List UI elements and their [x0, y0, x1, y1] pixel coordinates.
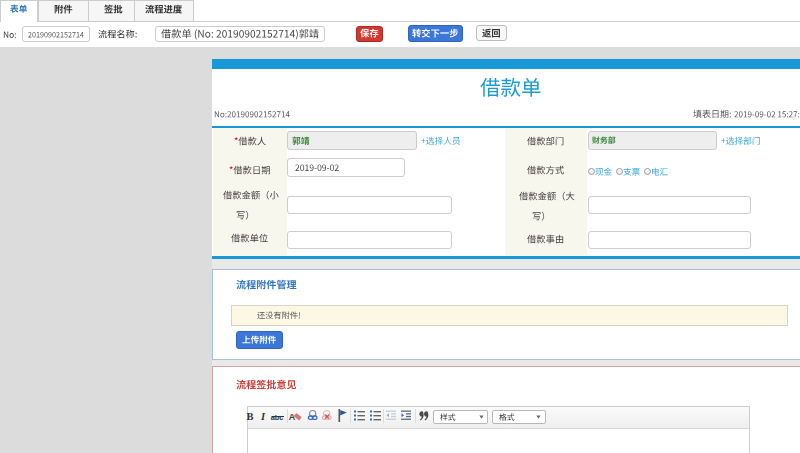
svg-text:I: I	[260, 411, 266, 422]
svg-text:B: B	[246, 411, 253, 422]
